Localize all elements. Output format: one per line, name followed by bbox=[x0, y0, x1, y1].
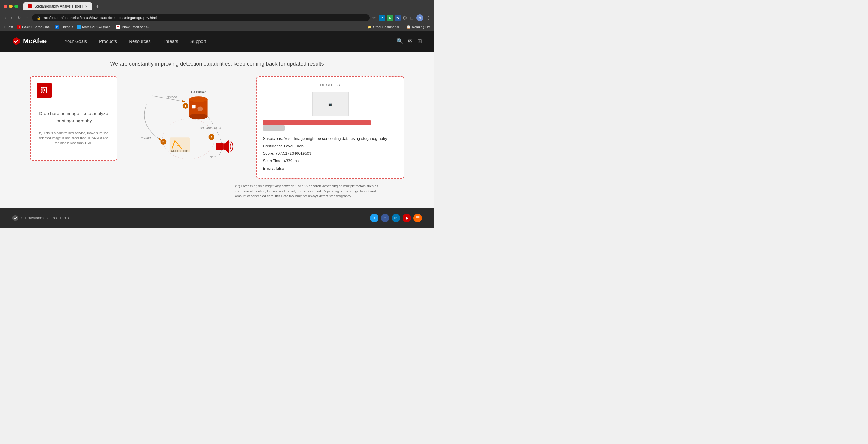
bookmark-linkedin[interactable]: in LinkedIn bbox=[55, 25, 73, 29]
gmail-icon: M bbox=[116, 25, 120, 29]
footer: › Downloads › Free Tools t f in ▶ ☰ bbox=[0, 208, 434, 228]
nav-support[interactable]: Support bbox=[190, 36, 206, 46]
svg-text:1: 1 bbox=[185, 104, 186, 107]
breadcrumb-free-tools[interactable]: Free Tools bbox=[51, 216, 68, 220]
search-icon[interactable]: 🔍 bbox=[397, 38, 403, 44]
breadcrumb-separator2: › bbox=[47, 216, 48, 220]
rss-social-button[interactable]: ☰ bbox=[413, 214, 422, 222]
svg-rect-8 bbox=[192, 105, 195, 108]
separator bbox=[364, 25, 364, 29]
linkedin-social-button[interactable]: in bbox=[392, 214, 400, 222]
other-bookmarks[interactable]: 📁 Other Bookmarks bbox=[368, 25, 399, 29]
tab-close-button[interactable]: ✕ bbox=[85, 5, 88, 8]
star-icon[interactable]: ☆ bbox=[372, 15, 376, 20]
refresh-button[interactable]: ↻ bbox=[16, 15, 22, 21]
grid-icon[interactable]: ⊞ bbox=[417, 38, 422, 44]
bookmark-twitter[interactable]: t Mert SARICA (mer... bbox=[77, 25, 112, 29]
address-bar[interactable]: 🔒 mcafee.com/enterprise/en-us/downloads/… bbox=[32, 14, 370, 21]
breadcrumb-separator1: › bbox=[21, 216, 22, 220]
results-box: RESULTS 📷 Suspicious: Yes - Image might … bbox=[256, 76, 404, 179]
upload-box[interactable]: 🖼 Drop here an image file to analyze for… bbox=[30, 76, 118, 161]
tab-bar: Steganography Analysis Tool | ✕ + bbox=[23, 2, 430, 10]
new-tab-button[interactable]: + bbox=[94, 3, 101, 10]
reading-list-icon: 📋 bbox=[406, 25, 411, 29]
s3-label: S3 Bucket bbox=[191, 90, 206, 94]
footer-logo-icon bbox=[12, 215, 19, 221]
text-bookmark-label: T bbox=[4, 25, 6, 29]
bookmark-text[interactable]: T Text bbox=[4, 25, 13, 29]
nav-icons: 🔍 ✉ ⊞ bbox=[397, 38, 422, 44]
twitter-social-button[interactable]: t bbox=[370, 214, 378, 222]
svg-point-9 bbox=[197, 106, 203, 111]
upload-note: (*) This is a constrained service, make … bbox=[36, 130, 111, 146]
reading-list-label: Reading List bbox=[412, 25, 430, 29]
bookmarks-right: 📁 Other Bookmarks 📋 Reading List bbox=[364, 25, 430, 29]
nav-resources[interactable]: Resources bbox=[129, 36, 151, 46]
hack4career-label: Hack 4 Career. Inf... bbox=[22, 25, 52, 29]
scan-delete-label: scan and delete bbox=[199, 126, 221, 130]
svg-text:3: 3 bbox=[211, 135, 212, 139]
forward-button[interactable]: › bbox=[10, 15, 14, 21]
bookmarks-bar: T Text H Hack 4 Career. Inf... in Linked… bbox=[0, 23, 434, 31]
facebook-social-button[interactable]: f bbox=[381, 214, 389, 222]
score-text: Score: 707.5172646019503 bbox=[263, 150, 398, 157]
bookmark-gmail[interactable]: M Inbox - mert.saric... bbox=[116, 25, 150, 29]
close-button[interactable] bbox=[4, 4, 7, 8]
results-data: Suspicious: Yes - Image might be conceal… bbox=[263, 135, 398, 172]
upload-file-icon: 🖼 bbox=[36, 83, 52, 98]
s-extension[interactable]: S bbox=[387, 15, 393, 21]
mcafee-logo-text: McAfee bbox=[23, 37, 46, 45]
maximize-button[interactable] bbox=[14, 4, 18, 8]
back-button[interactable]: ‹ bbox=[4, 15, 7, 21]
browser-chrome: Steganography Analysis Tool | ✕ + ‹ › ↻ … bbox=[0, 0, 434, 31]
nav-threats[interactable]: Threats bbox=[163, 36, 178, 46]
page-subtitle: We are constantly improving detection ca… bbox=[6, 61, 428, 67]
youtube-social-button[interactable]: ▶ bbox=[403, 214, 411, 222]
suspicious-text: Suspicious: Yes - Image might be conceal… bbox=[263, 135, 398, 142]
gmail-label: Inbox - mert.saric... bbox=[121, 25, 150, 29]
nav-products[interactable]: Products bbox=[99, 36, 117, 46]
home-button[interactable]: ⌂ bbox=[25, 15, 29, 21]
svg-rect-19 bbox=[216, 143, 224, 150]
menu-icon[interactable]: ⋮ bbox=[426, 15, 430, 20]
minimize-button[interactable] bbox=[9, 4, 13, 8]
results-title: RESULTS bbox=[263, 83, 398, 87]
traffic-lights bbox=[4, 4, 18, 8]
folder-icon: 📁 bbox=[368, 25, 372, 29]
results-bar-remainder bbox=[263, 125, 284, 131]
upload-text: Drop here an image file to analyze for s… bbox=[36, 110, 111, 124]
upload-label: upload bbox=[167, 95, 177, 99]
upload-icon-area: 🖼 bbox=[36, 83, 111, 98]
mcafee-logo[interactable]: McAfee bbox=[12, 37, 46, 45]
mail-icon[interactable]: ✉ bbox=[408, 38, 412, 44]
breadcrumb-downloads[interactable]: Downloads bbox=[25, 216, 44, 220]
linkedin-label: LinkedIn bbox=[61, 25, 73, 29]
svg-point-7 bbox=[189, 96, 208, 102]
linkedin-extension[interactable]: in bbox=[379, 15, 385, 21]
flow-diagram: upload 1 S3 Bucket invoke bbox=[124, 76, 250, 180]
w-extension[interactable]: W bbox=[395, 15, 401, 21]
errors-text: Errors: false bbox=[263, 165, 398, 172]
profile-avatar[interactable]: M bbox=[416, 14, 423, 21]
mcafee-nav: McAfee Your Goals Products Resources Thr… bbox=[0, 31, 434, 52]
bookmark-hack4career[interactable]: H Hack 4 Career. Inf... bbox=[17, 25, 52, 29]
url-text: mcafee.com/enterprise/en-us/downloads/fr… bbox=[43, 16, 157, 20]
browser-titlebar: Steganography Analysis Tool | ✕ + bbox=[0, 0, 434, 13]
results-bar-container bbox=[263, 120, 398, 131]
results-bar bbox=[263, 120, 371, 125]
svg-rect-13 bbox=[169, 137, 190, 152]
confidence-text: Confidence Level: High bbox=[263, 142, 398, 150]
svg-point-6 bbox=[189, 114, 208, 119]
lock-icon: 🔒 bbox=[37, 16, 40, 20]
svg-marker-20 bbox=[223, 140, 228, 153]
puzzle-icon[interactable]: ⚙ bbox=[403, 15, 407, 21]
main-content: We are constantly improving detection ca… bbox=[0, 52, 434, 208]
footer-social: t f in ▶ ☰ bbox=[370, 214, 422, 222]
active-tab[interactable]: Steganography Analysis Tool | ✕ bbox=[23, 2, 92, 10]
results-processing-note: (**) Processing time might vary between … bbox=[235, 184, 383, 199]
nav-goals[interactable]: Your Goals bbox=[65, 36, 87, 46]
reading-list[interactable]: 📋 Reading List bbox=[406, 25, 430, 29]
cast-icon[interactable]: ⊡ bbox=[410, 15, 413, 20]
separator2 bbox=[403, 25, 403, 29]
twitter-icon: t bbox=[77, 25, 81, 29]
